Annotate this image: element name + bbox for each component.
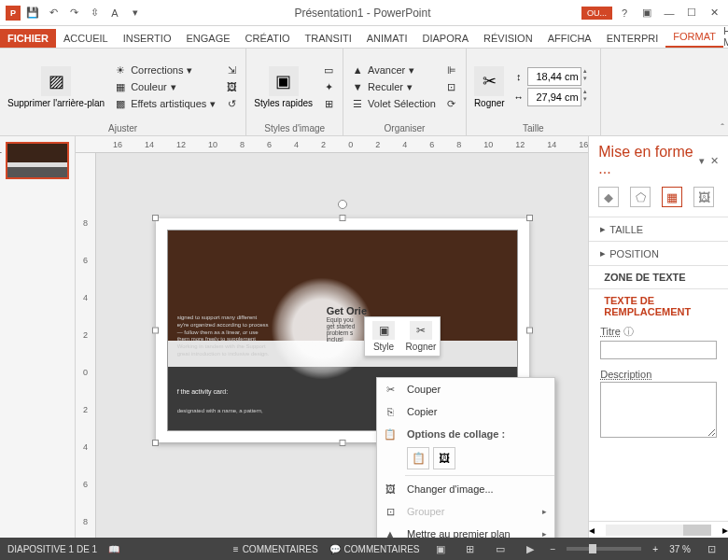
tab-insert[interactable]: INSERTIO	[116, 29, 179, 48]
more-icon[interactable]: A	[106, 5, 123, 21]
contextual-tab-hint: OU...	[581, 7, 612, 20]
zoom-slider[interactable]	[567, 547, 641, 551]
cm-cut[interactable]: ✂Couper	[377, 378, 554, 400]
slideshow-view-icon[interactable]: ▶	[521, 541, 539, 556]
maximize-icon[interactable]: ☐	[681, 4, 702, 22]
rotate-button[interactable]: ⟳	[443, 96, 460, 111]
resize-handle[interactable]	[339, 215, 345, 221]
border-button[interactable]: ▭	[320, 63, 337, 77]
picture-effects-button[interactable]: ✦	[320, 79, 337, 94]
quick-styles-button[interactable]: ▣ Styles rapides	[252, 64, 315, 110]
tab-review[interactable]: RÉVISION	[476, 29, 540, 48]
window-title: Présentation1 - PowerPoint	[144, 7, 581, 20]
resize-handle[interactable]	[152, 328, 159, 334]
format-pane-title: Mise en forme ...	[598, 144, 699, 177]
alt-desc-input[interactable]	[600, 382, 717, 438]
picture-tab-icon[interactable]: 🖼	[693, 187, 714, 207]
bring-forward-button[interactable]: ▲Avancer▾	[349, 63, 438, 77]
minimize-icon[interactable]: —	[659, 4, 679, 22]
tab-animations[interactable]: ANIMATI	[359, 29, 415, 48]
help-icon[interactable]: ?	[614, 4, 635, 22]
section-size[interactable]: ▸TAILLE	[589, 217, 728, 241]
width-input[interactable]	[527, 88, 581, 106]
effects-button[interactable]: ▩Effets artistiques▾	[112, 96, 217, 111]
format-pane: Mise en forme ... ▾✕ ◆ ⬠ ▦ 🖼 ▸TAILLE ▸PO…	[588, 136, 728, 538]
undo-icon[interactable]: ↶	[45, 5, 62, 21]
align-button[interactable]: ⊫	[443, 63, 460, 77]
tab-file[interactable]: FICHIER	[0, 29, 56, 48]
slide-counter[interactable]: DIAPOSITIVE 1 DE 1	[7, 544, 97, 554]
collapse-ribbon-icon[interactable]: ˆ	[721, 122, 724, 133]
paste-option-1[interactable]: 📋	[407, 447, 429, 469]
context-menu: ✂Couper ⎘Copier 📋Options de collage : 📋 …	[376, 377, 555, 538]
comments-button-1[interactable]: ≡COMMENTAIRES	[233, 544, 318, 554]
resize-handle[interactable]	[152, 215, 159, 221]
section-alttext[interactable]: TEXTE DE REMPLACEMENT	[589, 288, 728, 323]
user-name[interactable]: Holly Mor...	[723, 25, 728, 48]
slide-thumbnail-1[interactable]: 1	[6, 142, 69, 179]
color-button[interactable]: ▦Couleur▾	[112, 79, 217, 94]
width-icon: ↔	[512, 91, 525, 104]
cm-group: ⊡Grouper	[377, 500, 554, 523]
spellcheck-icon[interactable]: 📖	[108, 544, 119, 554]
fill-tab-icon[interactable]: ◆	[598, 187, 619, 207]
tab-view[interactable]: AFFICHA	[540, 29, 599, 48]
tab-home[interactable]: ACCUEIL	[56, 29, 116, 48]
alt-title-input[interactable]	[600, 341, 717, 359]
effects-tab-icon[interactable]: ⬠	[630, 187, 651, 207]
fit-window-icon[interactable]: ⊡	[702, 541, 721, 556]
crop-button[interactable]: ✂ Rogner	[472, 64, 507, 110]
selection-pane-button[interactable]: ☰Volet Sélection	[349, 96, 438, 111]
sorter-view-icon[interactable]: ⊞	[461, 541, 480, 556]
resize-handle[interactable]	[152, 440, 159, 446]
touch-icon[interactable]: ⇳	[86, 5, 103, 21]
height-spinner[interactable]: ↕ ▴▾	[512, 67, 595, 86]
save-icon[interactable]: 💾	[24, 5, 41, 21]
mini-style-button[interactable]: ▣Style	[365, 317, 402, 356]
redo-icon[interactable]: ↷	[65, 5, 82, 21]
zoom-value[interactable]: 37 %	[669, 544, 691, 554]
titlebar: P 💾 ↶ ↷ ⇳ A ▾ Présentation1 - PowerPoint…	[0, 0, 728, 26]
resize-handle[interactable]	[526, 215, 533, 221]
paste-option-2[interactable]: 🖼	[433, 447, 455, 469]
resize-handle[interactable]	[339, 440, 345, 446]
resize-handle[interactable]	[526, 328, 533, 334]
group-button[interactable]: ⊡	[443, 79, 460, 94]
section-position[interactable]: ▸POSITION	[589, 241, 728, 265]
copy-icon: ⎘	[383, 404, 398, 419]
tab-slideshow[interactable]: DIAPORA	[415, 29, 477, 48]
tab-transitions[interactable]: TRANSITI	[298, 29, 359, 48]
cm-bring-front[interactable]: ▲Mettre au premier plan	[377, 523, 554, 538]
section-textzone[interactable]: ZONE DE TEXTE	[589, 265, 728, 288]
cm-copy[interactable]: ⎘Copier	[377, 400, 554, 423]
width-spinner[interactable]: ↔ ▴▾	[512, 88, 595, 106]
comments-button-2[interactable]: 💬COMMENTAIRES	[329, 544, 420, 554]
zoom-out-icon[interactable]: −	[551, 544, 556, 554]
zoom-in-icon[interactable]: +	[652, 544, 658, 554]
tab-enterprise[interactable]: ENTERPRI	[599, 29, 666, 48]
tab-format[interactable]: FORMAT	[665, 27, 723, 48]
corrections-button[interactable]: ☀Corrections▾	[112, 63, 217, 77]
normal-view-icon[interactable]: ▣	[431, 541, 450, 556]
close-icon[interactable]: ✕	[704, 4, 724, 22]
remove-background-button[interactable]: ▨ Supprimer l'arrière-plan	[6, 64, 106, 110]
pane-scrollbar[interactable]: ◂▸	[589, 521, 728, 538]
layout-button[interactable]: ⊞	[320, 96, 337, 111]
pane-close-icon[interactable]: ✕	[710, 155, 719, 167]
tab-design[interactable]: CRÉATIO	[238, 29, 298, 48]
display-options-icon[interactable]: ▣	[637, 4, 657, 22]
reset-button[interactable]: ↺	[223, 96, 240, 111]
change-picture-button[interactable]: 🖼	[223, 79, 240, 94]
slide-left-text: signed to support many different ey're o…	[177, 315, 271, 358]
send-backward-button[interactable]: ▼Reculer▾	[349, 79, 438, 94]
pane-dropdown-icon[interactable]: ▾	[699, 155, 705, 167]
compress-button[interactable]: ⇲	[223, 63, 240, 77]
reading-view-icon[interactable]: ▭	[491, 541, 510, 556]
rotate-handle[interactable]	[338, 200, 347, 209]
mini-crop-button[interactable]: ✂Rogner	[402, 317, 440, 356]
height-input[interactable]	[527, 67, 581, 86]
cm-change-image[interactable]: 🖼Changer d'image...	[377, 478, 554, 500]
qat-dropdown-icon[interactable]: ▾	[127, 5, 144, 21]
tab-engage[interactable]: ENGAGE	[178, 29, 237, 48]
size-tab-icon[interactable]: ▦	[662, 187, 682, 207]
